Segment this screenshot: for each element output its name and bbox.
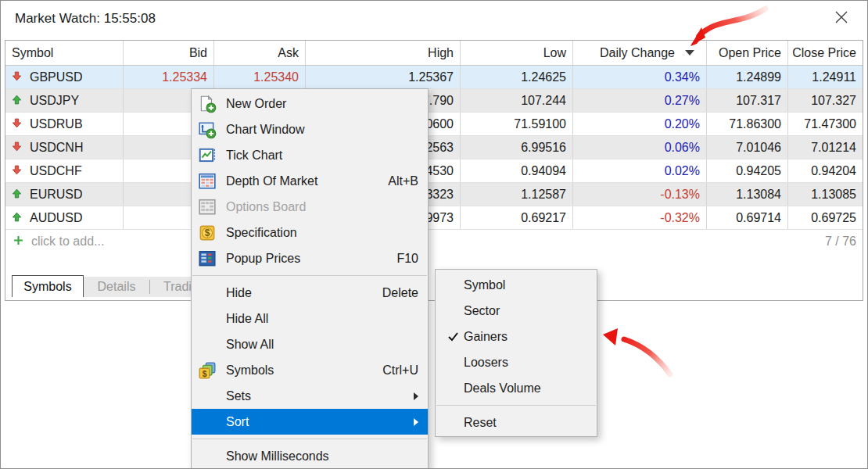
symbol-label: USDCNH [30, 141, 83, 155]
menu-item-label: Symbols [226, 363, 370, 378]
menu-item-hide[interactable]: Hide Delete [192, 280, 428, 306]
menu-item-sets[interactable]: Sets [192, 383, 428, 409]
menu-item-label: Specification [226, 226, 418, 240]
menu-item-sort[interactable]: Sort [192, 409, 428, 435]
open-price-cell: 7.01046 [707, 136, 788, 159]
symbol-label: USDRUB [30, 117, 83, 131]
close-price-cell: 1.13085 [788, 183, 863, 206]
daily-change-cell: 0.06% [573, 136, 707, 159]
table-row[interactable]: USDRUB 71.90600 71.59100 0.20% 71.86300 … [5, 113, 863, 136]
submenu-item-sector[interactable]: Sector [436, 298, 597, 324]
symbol-label: EURUSD [30, 188, 83, 202]
svg-text:$: $ [205, 227, 210, 238]
open-price-cell: 0.69714 [707, 206, 788, 229]
close-icon[interactable] [833, 9, 850, 26]
menu-item-shortcut: Alt+B [388, 174, 418, 188]
sort-descending-icon [685, 50, 694, 55]
menu-separator [192, 275, 427, 276]
tab-symbols[interactable]: Symbols [12, 275, 84, 297]
menu-item-shortcut: F10 [396, 252, 418, 266]
table-row[interactable]: USDCHF 0.94530 0.94094 0.02% 0.94205 0.9… [5, 159, 863, 183]
submenu-arrow-icon [414, 392, 418, 400]
submenu-item-deals-volume[interactable]: Deals Volume [436, 375, 597, 401]
column-header-ask[interactable]: Ask [214, 41, 306, 65]
menu-item-label: Tick Chart [226, 149, 418, 163]
column-header-close-price[interactable]: Close Price [788, 41, 863, 65]
tab-trading[interactable]: Tradi [150, 280, 195, 294]
menu-item-options-board[interactable]: Options Board [192, 194, 428, 220]
ask-cell: 1.25340 [214, 66, 306, 88]
symbol-label: USDCHF [30, 164, 82, 178]
low-cell: 107.244 [461, 89, 573, 112]
menu-item-popup-prices[interactable]: Popup Prices F10 [192, 245, 428, 271]
menu-item-new-order[interactable]: New Order [192, 91, 428, 116]
menu-item-label: Popup Prices [226, 252, 384, 266]
menu-item-show-milliseconds[interactable]: Show Milliseconds [192, 443, 428, 469]
submenu-item-reset[interactable]: Reset [436, 410, 597, 435]
quotes-panel: Symbol Bid Ask High Low Daily Change Ope… [5, 40, 863, 301]
menu-item-tick-chart[interactable]: Tick Chart [192, 142, 428, 168]
menu-item-label: Sort [226, 415, 404, 429]
chart-window-icon [197, 120, 217, 140]
new-order-icon [197, 94, 217, 114]
window-title: Market Watch: 15:55:08 [15, 11, 156, 27]
column-header-high[interactable]: High [306, 41, 461, 65]
table-header: Symbol Bid Ask High Low Daily Change Ope… [5, 41, 863, 66]
daily-change-cell: 0.20% [573, 113, 707, 135]
close-price-cell: 1.24911 [788, 66, 863, 88]
symbol-label: GBPUSD [30, 70, 83, 84]
bid-cell: 1.25334 [124, 66, 214, 88]
submenu-item-symbol[interactable]: Symbol [436, 272, 597, 298]
table-row[interactable]: EURUSD 1.13323 1.12587 -0.13% 1.13084 1.… [5, 183, 863, 206]
menu-item-symbols[interactable]: $ Symbols Ctrl+U [192, 357, 428, 383]
column-header-open-price[interactable]: Open Price [707, 41, 788, 65]
column-header-symbol[interactable]: Symbol [5, 41, 124, 65]
table-row[interactable]: GBPUSD 1.25334 1.25340 1.25367 1.24625 0… [5, 66, 863, 89]
menu-item-label: Show All [226, 338, 418, 352]
symbol-label: AUDUSD [30, 211, 83, 225]
menu-item-shortcut: Ctrl+U [382, 363, 418, 378]
title-bar: Market Watch: 15:55:08 [1, 1, 867, 40]
menu-item-depth-of-market[interactable]: Depth Of Market Alt+B [192, 168, 428, 194]
submenu-item-loosers[interactable]: Loosers [436, 349, 597, 375]
daily-change-cell: -0.13% [573, 183, 707, 206]
daily-change-cell: -0.32% [573, 206, 707, 229]
submenu-item-label: Gainers [464, 330, 508, 344]
market-watch-window: Market Watch: 15:55:08 Symbol Bid Ask Hi… [0, 0, 868, 469]
add-symbol-row[interactable]: click to add... 7 / 76 [5, 230, 863, 253]
menu-item-label: Depth Of Market [226, 174, 375, 188]
submenu-arrow-icon [414, 418, 418, 426]
menu-item-show-all[interactable]: Show All [192, 331, 428, 357]
submenu-item-gainers[interactable]: Gainers [436, 324, 597, 349]
tab-details[interactable]: Details [84, 280, 149, 294]
tab-strip: Details Tradi [84, 277, 195, 297]
column-header-daily-change[interactable]: Daily Change [573, 41, 707, 65]
low-cell: 0.69217 [461, 206, 573, 229]
add-symbol-label: click to add... [31, 234, 104, 249]
low-cell: 1.12587 [461, 183, 573, 206]
close-price-cell: 71.47300 [788, 113, 863, 135]
table-row[interactable]: AUDUSD 0.69973 0.69217 -0.32% 0.69714 0.… [5, 206, 863, 230]
menu-item-label: New Order [226, 97, 418, 111]
price-down-icon [12, 117, 22, 131]
column-header-low[interactable]: Low [461, 41, 573, 65]
low-cell: 6.99516 [461, 136, 573, 159]
low-cell: 71.59100 [461, 113, 573, 135]
popup-prices-icon [197, 249, 217, 269]
column-header-bid[interactable]: Bid [124, 41, 214, 65]
menu-item-chart-window[interactable]: Chart Window [192, 116, 428, 142]
symbols-icon: $ [197, 360, 217, 381]
menu-item-shortcut: Delete [382, 286, 418, 300]
low-cell: 1.24625 [461, 66, 573, 88]
high-cell: 1.25367 [306, 66, 461, 88]
menu-item-label: Hide All [226, 312, 418, 326]
table-row[interactable]: USDCNH 7.02563 6.99516 0.06% 7.01046 7.0… [5, 136, 863, 159]
tick-chart-icon [197, 145, 217, 166]
table-row[interactable]: USDJPY 107.790 107.244 0.27% 107.317 107… [5, 89, 863, 113]
symbol-label: USDJPY [30, 94, 79, 108]
open-price-cell: 0.94205 [707, 159, 788, 182]
menu-item-label: Chart Window [226, 123, 418, 137]
menu-item-specification[interactable]: $ Specification [192, 220, 428, 245]
menu-item-hide-all[interactable]: Hide All [192, 306, 428, 331]
menu-item-label: Options Board [226, 200, 418, 214]
